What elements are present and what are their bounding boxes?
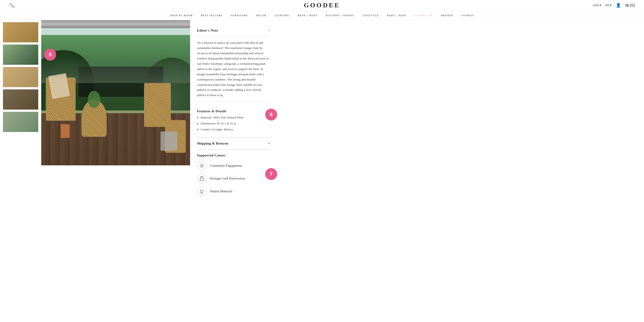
- svg-line-7: [203, 164, 203, 165]
- causes-section: Supported Causes: [197, 150, 270, 203]
- nav-item-bath-body[interactable]: BATH + BODY: [294, 11, 322, 20]
- step-indicator-5: 5: [44, 49, 56, 61]
- step-indicator-6: 6: [265, 109, 277, 121]
- svg-point-0: [201, 165, 202, 166]
- header-right: USD ▾ EN ▾ 👤 🛍 (0): [593, 3, 635, 8]
- nav-item-lighting[interactable]: LIGHTING: [270, 11, 294, 20]
- cause-label-natural: Natural Materials: [210, 190, 232, 193]
- language-selector[interactable]: EN ▾: [605, 3, 612, 7]
- svg-line-8: [200, 167, 201, 167]
- cart-icon[interactable]: 🛍 (0): [625, 3, 635, 8]
- currency-selector[interactable]: USD ▾: [593, 3, 601, 7]
- feature-item-dimensions: Dimensions: W 25 x H 31 in: [197, 122, 270, 125]
- thumbnail-5[interactable]: [3, 112, 38, 132]
- editors-note-header[interactable]: Editor's Note −: [197, 25, 270, 37]
- editors-note-toggle[interactable]: −: [268, 28, 270, 33]
- top-image-strip: [41, 20, 190, 28]
- thumbnail-sidebar: [0, 20, 41, 208]
- header-left: 🔍: [9, 3, 14, 8]
- thumbnail-4[interactable]: [3, 89, 38, 110]
- causes-title: Supported Causes: [197, 154, 270, 157]
- nav-item-furniture[interactable]: FURNITURE: [226, 11, 252, 20]
- cause-item-community: Community Engagement: [197, 161, 270, 170]
- main-navigation: SHOP BY ROOM BEST SELLERS FURNITURE DECO…: [0, 11, 644, 20]
- thumbnail-3[interactable]: [3, 67, 38, 87]
- cause-item-heritage: Heritage Craft Preservation: [197, 174, 270, 183]
- bullet-icon: [197, 129, 198, 130]
- nav-item-lifestyle[interactable]: LIFESTYLE: [358, 11, 383, 20]
- features-list: Material: 100% Tule Natural Fiber Dimens…: [197, 116, 270, 131]
- main-content: 5 Editor's Note − On a mission to spruce…: [0, 20, 644, 208]
- shipping-title: Shipping & Returns: [197, 142, 228, 146]
- site-logo[interactable]: GOODEE: [304, 1, 340, 9]
- header: 🔍 GOODEE USD ▾ EN ▾ 👤 🛍 (0): [0, 0, 644, 11]
- feature-label-origin: Country of origin: Mexico: [200, 128, 233, 131]
- main-image-area: 5: [41, 20, 190, 208]
- editors-note-body: On a mission to spruce up your patio wit…: [197, 37, 270, 102]
- community-engagement-icon: [197, 161, 206, 170]
- product-info-panel: Editor's Note − On a mission to spruce u…: [190, 20, 277, 208]
- nav-item-goodee-100[interactable]: GOODEE 100: [410, 11, 437, 20]
- account-icon[interactable]: 👤: [616, 3, 621, 8]
- feature-item-origin: Country of origin: Mexico: [197, 128, 270, 131]
- nav-item-baby-kids[interactable]: BABY + KIDS: [383, 11, 410, 20]
- step-indicator-7: 7: [265, 168, 277, 180]
- cause-label-heritage: Heritage Craft Preservation: [210, 177, 245, 180]
- nav-item-decor[interactable]: DECOR: [252, 11, 270, 20]
- svg-line-5: [200, 164, 201, 165]
- feature-label-material: Material: 100% Tule Natural Fiber: [200, 116, 244, 119]
- feature-item-material: Material: 100% Tule Natural Fiber: [197, 116, 270, 119]
- features-title: Features & Details: [197, 109, 226, 113]
- nav-item-shop-by-room[interactable]: SHOP BY ROOM: [166, 11, 197, 20]
- nav-item-brands[interactable]: BRANDS: [437, 11, 457, 20]
- thumbnail-1[interactable]: [3, 22, 38, 42]
- nav-item-best-sellers[interactable]: BEST SELLERS: [197, 11, 226, 20]
- feature-label-dimensions: Dimensions: W 25 x H 31 in: [200, 122, 236, 125]
- decorative-cups: [61, 124, 70, 138]
- features-section: Features & Details − Material: 100% Tule…: [197, 102, 270, 138]
- ottoman-right: [165, 120, 186, 159]
- thumbnail-2[interactable]: [3, 44, 38, 65]
- search-icon[interactable]: 🔍: [9, 3, 14, 8]
- shipping-section: Shipping & Returns +: [197, 138, 270, 150]
- nav-item-kitchen-dining[interactable]: KITCHEN + DINING: [322, 11, 358, 20]
- cause-label-community: Community Engagement: [210, 164, 242, 168]
- shipping-header[interactable]: Shipping & Returns +: [197, 138, 270, 150]
- shipping-toggle[interactable]: +: [268, 141, 270, 146]
- main-product-image: 5: [41, 28, 190, 165]
- svg-line-6: [203, 167, 203, 167]
- natural-materials-icon: [197, 187, 206, 196]
- nav-item-stories[interactable]: STORIES: [457, 11, 478, 20]
- features-header[interactable]: Features & Details −: [197, 105, 270, 116]
- heritage-craft-icon: [197, 174, 206, 183]
- bullet-icon: [197, 123, 198, 124]
- editors-note-title: Editor's Note: [197, 29, 218, 32]
- bullet-icon: [197, 117, 198, 119]
- cause-item-natural: Natural Materials: [197, 187, 270, 196]
- cart-count: (0): [630, 3, 635, 7]
- ottoman-center: [82, 100, 107, 143]
